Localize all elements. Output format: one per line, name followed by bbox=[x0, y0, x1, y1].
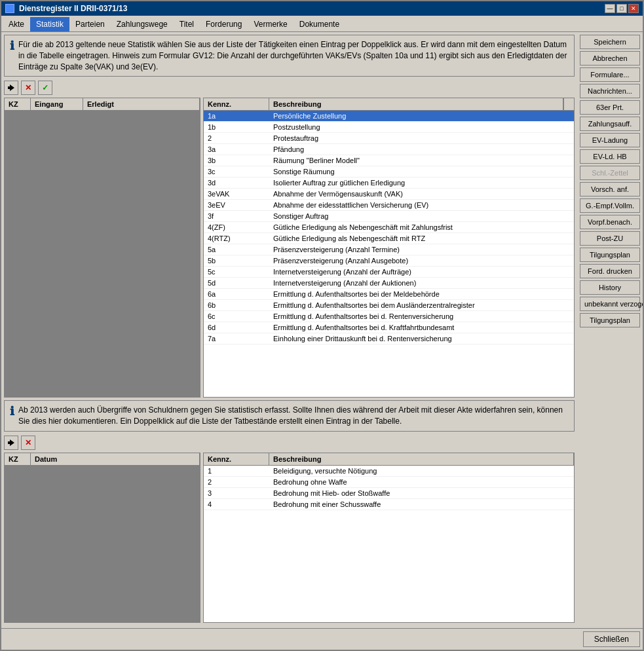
sidebar-btn-g--empf-vollm-[interactable]: G.-Empf.Vollm. bbox=[580, 198, 640, 213]
lower-cell-kennz-1: 2 bbox=[204, 477, 269, 487]
title-bar: Dienstregister II DRII-0371/13 — □ ✕ bbox=[1, 1, 643, 16]
upper-right-row-3[interactable]: 3a Pfändung bbox=[204, 144, 574, 155]
cell-kennz-14: 5c bbox=[204, 267, 269, 277]
lower-cell-beschreibung-2: Bedrohung mit Hieb- oder Stoßwaffe bbox=[269, 488, 574, 498]
info-box-top: ℹ Für die ab 2013 geltende neue Statisti… bbox=[4, 35, 575, 77]
cell-beschreibung-7: Abnahme der Vermögensauskunft (VAK) bbox=[269, 189, 574, 199]
sidebar-btn-abbrechen[interactable]: Abbrechen bbox=[580, 51, 640, 65]
right-sidebar: SpeichernAbbrechenFormulare...Nachrichte… bbox=[577, 32, 643, 628]
menu-vermerke[interactable]: Vermerke bbox=[248, 17, 293, 31]
upper-right-row-19[interactable]: 6d Ermittlung d. Aufenthaltsortes bei d.… bbox=[204, 322, 574, 333]
toolbar-delete-button[interactable]: ✕ bbox=[21, 81, 35, 95]
sidebar-btn-history[interactable]: History bbox=[580, 280, 640, 295]
menu-parteien[interactable]: Parteien bbox=[69, 17, 111, 31]
cell-kennz-17: 6b bbox=[204, 300, 269, 310]
toolbar-prev-button[interactable] bbox=[4, 81, 18, 95]
upper-right-row-10[interactable]: 4(ZF) Gütliche Erledigung als Nebengesch… bbox=[204, 222, 574, 233]
sidebar-btn-vorpf-benach-[interactable]: Vorpf.benach. bbox=[580, 215, 640, 229]
upper-right-row-8[interactable]: 3eEV Abnahme der eidesstattlichen Versic… bbox=[204, 200, 574, 211]
lower-left-header: KZ Datum bbox=[5, 453, 200, 466]
lower-cell-kennz-2: 3 bbox=[204, 488, 269, 498]
info-text-bottom: Ab 2013 werden auch Übergriffe von Schul… bbox=[18, 405, 569, 427]
lower-left-table: KZ Datum bbox=[4, 453, 200, 623]
lower-right-table-body[interactable]: 1 Beleidigung, versuchte Nötigung 2 Bedr… bbox=[204, 466, 574, 622]
cell-beschreibung-17: Ermittlung d. Aufenthaltsortes bei dem A… bbox=[269, 300, 574, 310]
sidebar-btn-zahlungsauff-[interactable]: Zahlungsauff. bbox=[580, 117, 640, 131]
upper-right-table-body[interactable]: 1a Persönliche Zustellung 1b Postzustell… bbox=[204, 111, 574, 397]
maximize-button[interactable]: □ bbox=[616, 4, 627, 13]
cell-beschreibung-13: Präsenzversteigerung (Anzahl Ausgebote) bbox=[269, 255, 574, 266]
upper-right-row-13[interactable]: 5b Präsenzversteigerung (Anzahl Ausgebot… bbox=[204, 255, 574, 267]
cell-beschreibung-8: Abnahme der eidesstattlichen Versicherun… bbox=[269, 200, 574, 210]
sidebar-btn-tilgungsplan[interactable]: Tilgungsplan bbox=[580, 313, 640, 327]
sidebar-btn-tilgungsplan[interactable]: Tilgungsplan bbox=[580, 248, 640, 262]
minimize-button[interactable]: — bbox=[605, 4, 615, 13]
upper-right-row-16[interactable]: 6a Ermittlung d. Aufenthaltsortes bei de… bbox=[204, 289, 574, 300]
cell-beschreibung-10: Gütliche Erledigung als Nebengeschäft mi… bbox=[269, 222, 574, 232]
sidebar-btn-schl--zettel[interactable]: Schl.-Zettel bbox=[580, 166, 640, 180]
cell-beschreibung-15: Internetversteigerung (Anzahl der Auktio… bbox=[269, 278, 574, 288]
menu-forderung[interactable]: Forderung bbox=[200, 17, 248, 31]
sidebar-btn-formulare---[interactable]: Formulare... bbox=[580, 67, 640, 82]
lower-right-row-2[interactable]: 3 Bedrohung mit Hieb- oder Stoßwaffe bbox=[204, 488, 574, 499]
title-bar-controls: — □ ✕ bbox=[605, 4, 639, 13]
upper-right-row-5[interactable]: 3c Sonstige Räumung bbox=[204, 166, 574, 177]
menu-akte[interactable]: Akte bbox=[3, 17, 30, 31]
toolbar-delete-button-2[interactable]: ✕ bbox=[21, 436, 35, 450]
cell-kennz-0: 1a bbox=[204, 111, 269, 121]
title-bar-text: Dienstregister II DRII-0371/13 bbox=[5, 4, 127, 13]
cell-kennz-19: 6d bbox=[204, 322, 269, 333]
sidebar-btn-vorsch--anf-[interactable]: Vorsch. anf. bbox=[580, 182, 640, 196]
upper-right-row-20[interactable]: 7a Einholung einer Drittauskunft bei d. … bbox=[204, 333, 574, 344]
cell-beschreibung-3: Pfändung bbox=[269, 144, 574, 155]
sidebar-btn-63er-prt-[interactable]: 63er Prt. bbox=[580, 100, 640, 115]
cell-beschreibung-4: Räumung "Berliner Modell" bbox=[269, 155, 574, 166]
upper-right-row-6[interactable]: 3d Isolierter Auftrag zur gütlichen Erle… bbox=[204, 177, 574, 189]
menu-zahlungswege[interactable]: Zahlungswege bbox=[111, 17, 174, 31]
sidebar-btn-post-zu[interactable]: Post-ZU bbox=[580, 231, 640, 246]
cell-kennz-11: 4(RTZ) bbox=[204, 233, 269, 244]
cell-beschreibung-12: Präsenzversteigerung (Anzahl Termine) bbox=[269, 244, 574, 255]
menu-dokumente[interactable]: Dokumente bbox=[294, 17, 345, 31]
upper-right-row-11[interactable]: 4(RTZ) Gütliche Erledigung als Nebengesc… bbox=[204, 233, 574, 244]
window-close-button[interactable]: ✕ bbox=[628, 4, 639, 13]
toolbar-confirm-button[interactable]: ✓ bbox=[38, 81, 52, 95]
lower-header-kennzeichen: Kennz. bbox=[204, 453, 269, 465]
sidebar-btn-speichern[interactable]: Speichern bbox=[580, 35, 640, 49]
sidebar-btn-unbekannt-verzogen-[interactable]: unbekannt verzogen. bbox=[580, 297, 640, 311]
cell-kennz-2: 2 bbox=[204, 133, 269, 143]
upper-right-row-12[interactable]: 5a Präsenzversteigerung (Anzahl Termine) bbox=[204, 244, 574, 255]
upper-right-row-14[interactable]: 5c Internetversteigerung (Anzahl der Auf… bbox=[204, 267, 574, 278]
close-button[interactable]: Schließen bbox=[583, 631, 640, 647]
lower-cell-kennz-0: 1 bbox=[204, 466, 269, 476]
lower-cell-kennz-3: 4 bbox=[204, 499, 269, 510]
sidebar-btn-ev-ladung[interactable]: EV-Ladung bbox=[580, 133, 640, 147]
lower-right-row-3[interactable]: 4 Bedrohung mit einer Schusswaffe bbox=[204, 499, 574, 510]
upper-right-row-4[interactable]: 3b Räumung "Berliner Modell" bbox=[204, 155, 574, 166]
cell-beschreibung-19: Ermittlung d. Aufenthaltsortes bei d. Kr… bbox=[269, 322, 574, 333]
upper-right-row-17[interactable]: 6b Ermittlung d. Aufenthaltsortes bei de… bbox=[204, 300, 574, 311]
cell-kennz-1: 1b bbox=[204, 122, 269, 132]
sidebar-btn-ev-ld--hb[interactable]: EV-Ld. HB bbox=[580, 149, 640, 164]
cell-kennz-12: 5a bbox=[204, 244, 269, 255]
upper-right-row-0[interactable]: 1a Persönliche Zustellung bbox=[204, 111, 574, 122]
lower-right-row-1[interactable]: 2 Bedrohung ohne Waffe bbox=[204, 477, 574, 488]
menu-titel[interactable]: Titel bbox=[174, 17, 200, 31]
cell-beschreibung-14: Internetversteigerung (Anzahl der Aufträ… bbox=[269, 267, 574, 277]
toolbar-prev-button-2[interactable] bbox=[4, 436, 18, 450]
upper-right-row-18[interactable]: 6c Ermittlung d. Aufenthaltsortes bei d.… bbox=[204, 311, 574, 322]
upper-right-row-9[interactable]: 3f Sonstiger Auftrag bbox=[204, 211, 574, 222]
upper-right-row-1[interactable]: 1b Postzustellung bbox=[204, 122, 574, 133]
upper-right-row-2[interactable]: 2 Protestauftrag bbox=[204, 133, 574, 144]
main-window: Dienstregister II DRII-0371/13 — □ ✕ Akt… bbox=[0, 0, 644, 651]
header-kennzeichen: Kennz. bbox=[204, 98, 269, 110]
sidebar-btn-ford--drucken[interactable]: Ford. drucken bbox=[580, 264, 640, 278]
upper-right-row-7[interactable]: 3eVAK Abnahme der Vermögensauskunft (VAK… bbox=[204, 189, 574, 200]
sidebar-btn-nachrichten---[interactable]: Nachrichten... bbox=[580, 84, 640, 98]
cell-kennz-4: 3b bbox=[204, 155, 269, 166]
cell-kennz-3: 3a bbox=[204, 144, 269, 155]
lower-left-table-body bbox=[5, 466, 200, 622]
lower-right-row-0[interactable]: 1 Beleidigung, versuchte Nötigung bbox=[204, 466, 574, 477]
menu-statistik[interactable]: Statistik bbox=[30, 17, 69, 31]
upper-right-row-15[interactable]: 5d Internetversteigerung (Anzahl der Auk… bbox=[204, 278, 574, 289]
